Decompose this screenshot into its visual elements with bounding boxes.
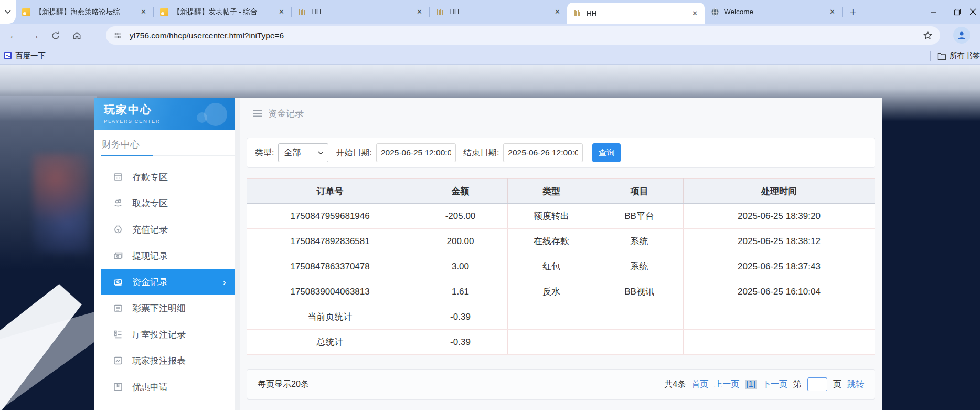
- reload-button[interactable]: [45, 26, 66, 45]
- withdrawal-record-icon: [113, 250, 123, 261]
- browser-tab[interactable]: Welcome ✕: [705, 0, 842, 24]
- table-row: 总统计-0.39: [247, 330, 875, 355]
- table-cell: [595, 304, 684, 330]
- browser-tab[interactable]: 【新提醒】发表帖子 - 综合 ✕: [154, 0, 291, 24]
- sidebar-item-label: 提现记录: [132, 250, 168, 262]
- sidebar-title: 玩家中心: [104, 102, 235, 117]
- tab-title: HH: [587, 9, 687, 17]
- table-cell: 在线存款: [507, 229, 595, 254]
- jump-link[interactable]: 跳转: [847, 379, 864, 390]
- table-cell: 3.00: [413, 254, 508, 279]
- next-page-link[interactable]: 下一页: [762, 379, 787, 390]
- sidebar-item-fund-records[interactable]: 资金记录 ›: [101, 269, 235, 295]
- deposit-icon: [113, 172, 123, 182]
- url-bar[interactable]: yl756.com/hhcp/usercenter.html?iniType=6: [106, 26, 940, 45]
- profile-avatar[interactable]: [953, 27, 970, 44]
- bookmark-baidu[interactable]: 百度一下: [4, 51, 46, 61]
- table-header-row: 订单号金额类型项目处理时间: [247, 179, 875, 204]
- close-button[interactable]: [970, 0, 980, 24]
- home-button[interactable]: [66, 26, 87, 45]
- tab-search-button[interactable]: [0, 0, 16, 24]
- sidebar-item-player-bet-report[interactable]: 玩家投注报表: [101, 348, 235, 374]
- table-cell: 额度转出: [507, 204, 595, 229]
- start-date-label: 开始日期:: [336, 148, 371, 159]
- table-cell: -0.39: [413, 304, 508, 330]
- current-page-indicator: [1]: [745, 380, 757, 389]
- sidebar-item-withdrawal-records[interactable]: 提现记录: [101, 243, 235, 269]
- query-button[interactable]: 查询: [592, 143, 621, 162]
- hh-favicon: [298, 8, 306, 16]
- type-select[interactable]: 全部: [278, 143, 328, 162]
- sidebar-item-lottery-bet-detail[interactable]: 彩票下注明细: [101, 295, 235, 321]
- table-cell: [507, 330, 595, 355]
- sidebar-item-label: 资金记录: [132, 276, 168, 288]
- page-content: 玩家中心 PLAYERS CENTER 财务中心 存款专区 取款专区 充值记录: [0, 65, 980, 410]
- sidebar-item-promo-application[interactable]: 优惠申请: [101, 374, 235, 400]
- sidebar-item-label: 充值记录: [132, 224, 168, 236]
- url-text[interactable]: yl756.com/hhcp/usercenter.html?iniType=6: [130, 31, 923, 40]
- sidebar-item-recharge-records[interactable]: 充值记录: [101, 216, 235, 243]
- browser-tab-active[interactable]: HH ✕: [567, 3, 705, 24]
- player-report-icon: [113, 355, 123, 366]
- sidebar-item-withdraw[interactable]: 取款专区: [101, 190, 235, 216]
- home-icon: [72, 30, 82, 40]
- room-bet-icon: [113, 329, 123, 340]
- back-button[interactable]: ←: [3, 26, 24, 45]
- table-cell: [683, 330, 875, 355]
- sidebar-header: 玩家中心 PLAYERS CENTER: [94, 98, 235, 130]
- hamburger-icon[interactable]: [253, 110, 262, 117]
- sidebar-item-room-bet-records[interactable]: 厅室投注记录: [101, 321, 235, 348]
- jump-suffix-label: 页: [833, 379, 841, 390]
- all-bookmarks[interactable]: 所有书签: [930, 47, 980, 65]
- globe-favicon: [711, 8, 719, 16]
- chevron-down-icon: [318, 151, 324, 155]
- tab-close-icon[interactable]: ✕: [139, 8, 148, 16]
- bookmark-star-icon[interactable]: [923, 30, 933, 40]
- sidebar-item-deposit[interactable]: 存款专区: [101, 164, 235, 190]
- section-underline: [101, 155, 235, 156]
- hh-favicon: [436, 8, 444, 16]
- table-cell: 2025-06-25 18:38:12: [683, 229, 875, 254]
- tab-title: Welcome: [724, 8, 825, 16]
- browser-tab[interactable]: HH ✕: [430, 0, 567, 24]
- start-date-input[interactable]: [376, 143, 456, 162]
- background-art: [33, 154, 90, 254]
- section-title: 财务中心: [102, 138, 225, 151]
- table-row: 当前页统计-0.39: [247, 304, 875, 330]
- jump-page-input[interactable]: [807, 377, 827, 391]
- browser-tab[interactable]: 【新提醒】海燕策略论坛综 ✕: [16, 0, 153, 24]
- site-info-icon[interactable]: [113, 31, 122, 40]
- tab-title: HH: [311, 8, 412, 16]
- table-cell: 1750847863370478: [247, 254, 413, 279]
- prev-page-link[interactable]: 上一页: [714, 379, 739, 390]
- tab-title: 【新提醒】发表帖子 - 综合: [173, 7, 274, 17]
- forward-button[interactable]: →: [24, 26, 45, 45]
- tab-close-icon[interactable]: ✕: [415, 8, 424, 16]
- end-date-input[interactable]: [503, 143, 583, 162]
- browser-tab[interactable]: HH ✕: [292, 0, 429, 24]
- table-header-cell: 订单号: [247, 179, 413, 204]
- sidebar-item-label: 厅室投注记录: [132, 329, 186, 341]
- minimize-button[interactable]: [921, 0, 945, 24]
- table-cell: 2025-06-25 18:39:20: [683, 204, 875, 229]
- table-body: 1750847959681946-205.00额度转出BB平台2025-06-2…: [247, 204, 875, 355]
- new-tab-button[interactable]: +: [843, 0, 864, 24]
- table-cell: 系统: [595, 254, 684, 279]
- records-table-wrap: 订单号金额类型项目处理时间 1750847959681946-205.00额度转…: [247, 178, 875, 355]
- promo-apply-icon: [113, 382, 123, 392]
- tab-close-icon[interactable]: ✕: [553, 8, 562, 16]
- reload-icon: [51, 31, 60, 40]
- table-cell: [683, 304, 875, 330]
- tab-close-icon[interactable]: ✕: [277, 8, 286, 16]
- tab-close-icon[interactable]: ✕: [828, 8, 837, 16]
- tab-close-icon[interactable]: ✕: [690, 9, 699, 17]
- forum-favicon: [160, 8, 168, 16]
- table-cell: 1750839004063813: [247, 279, 413, 304]
- restore-button[interactable]: [945, 0, 970, 24]
- first-page-link[interactable]: 首页: [691, 379, 708, 390]
- sidebar-item-label: 优惠申请: [132, 381, 168, 393]
- table-cell: 当前页统计: [247, 304, 413, 330]
- person-icon: [956, 30, 967, 40]
- table-cell: BB平台: [595, 204, 684, 229]
- page-size-text: 每页显示20条: [258, 379, 309, 390]
